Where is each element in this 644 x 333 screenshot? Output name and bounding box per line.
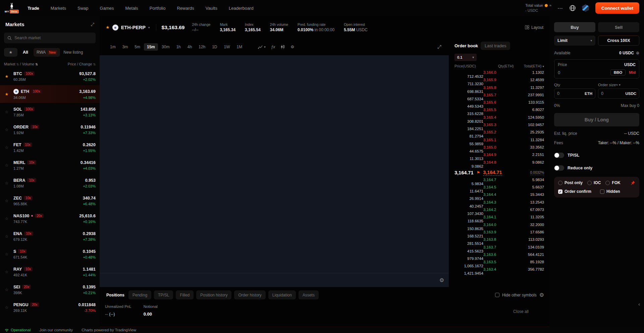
logo[interactable]: MY Dexx	[5, 3, 19, 13]
layout-button[interactable]: Layout	[525, 25, 543, 30]
timeframe-button[interactable]: 1m	[107, 43, 119, 51]
orderbook-ask-row[interactable]: 3,165.1 11.3284 55.9859	[451, 138, 547, 145]
sell-tab[interactable]: Sell	[598, 22, 639, 32]
nav-item[interactable]: Games	[100, 6, 114, 11]
spread-value[interactable]: 0.0032%	[530, 170, 544, 175]
market-row[interactable]: ◆ RAY 10x 1.1481 492.41K +1.44%	[0, 263, 100, 281]
more-menu-icon[interactable]: ⋯	[557, 5, 563, 11]
market-row[interactable]: ◆ SEI 20x 0.1395 398K +0.21%	[0, 281, 100, 298]
nav-item[interactable]: Rewards	[177, 6, 194, 11]
positions-tab[interactable]: Liquidation	[268, 290, 296, 299]
orderbook-ask-row[interactable]: 3,165.4 124.5950 308.8201	[451, 115, 547, 123]
nav-item[interactable]: Vaults	[206, 6, 217, 11]
orderbook-bid-row[interactable]: 3,163.5 85.1928 1,065.1672	[451, 260, 547, 267]
indicators-icon[interactable]: ƒx	[271, 45, 275, 49]
nav-item[interactable]: Trade	[28, 6, 39, 11]
margin-mode-button[interactable]: Cross 100X	[598, 36, 639, 46]
favorite-star-icon[interactable]: ★	[106, 25, 110, 30]
hidden-option[interactable]: Hidden	[600, 189, 620, 194]
nav-item[interactable]: Metals	[125, 6, 138, 11]
checkbox-checked-icon[interactable]: ✓	[558, 189, 562, 194]
tab-all[interactable]: All	[21, 50, 30, 55]
market-row[interactable]: ◆ NAS100 20x 25,610.6 743.77K +0.16%	[0, 210, 100, 227]
orderbook-ask-row[interactable]: 3,164.8 9.0862 9.0862	[451, 160, 547, 168]
compare-candles-icon[interactable]	[280, 45, 285, 49]
sort-price-icon[interactable]: ⇅	[93, 63, 96, 66]
orderbook-ask-row[interactable]: 3,165.8 11.3297 698.8631	[451, 86, 547, 93]
sort-volume-icon[interactable]: ⇅	[35, 63, 38, 66]
nav-item[interactable]: Swap	[77, 6, 89, 11]
nav-item[interactable]: Leaderboard	[229, 6, 254, 11]
orderbook-bid-row[interactable]: 3,163.4 356.7782 1,421.9454	[451, 267, 547, 275]
fullscreen-icon[interactable]: ⤢	[437, 44, 441, 50]
timeframe-button[interactable]: 12h	[196, 43, 208, 51]
tpsl-toggle-row[interactable]: TP/SL	[554, 153, 639, 158]
orderbook-bid-row[interactable]: 3,164.3 13.2543 40.2457	[451, 200, 547, 208]
positions-tab[interactable]: Filled	[176, 290, 194, 299]
reduce-only-toggle-row[interactable]: Reduce only	[554, 165, 639, 171]
orderbook-ask-row[interactable]: 3,164.9 2.2151 11.3013	[451, 153, 547, 160]
post-only-option[interactable]: Post only	[558, 180, 583, 185]
checkbox-icon[interactable]	[600, 189, 604, 194]
market-row[interactable]: ◆ SOL 100x 143.856 7.85M +3.13%	[0, 103, 100, 121]
chart-bottom-settings-icon[interactable]: ⚙	[439, 277, 444, 283]
network-icon[interactable]	[582, 4, 589, 12]
timeframe-button[interactable]: 30m	[159, 43, 172, 51]
panel-settings-icon[interactable]: ⚙	[539, 292, 544, 298]
timeframe-button[interactable]: 1D	[209, 43, 220, 51]
orderbook-bid-row[interactable]: 3,163.9 17.6586 168.5221	[451, 230, 547, 237]
order-confirm-option[interactable]: ✓Order confirm	[558, 189, 591, 194]
positions-tab[interactable]: Assets	[299, 290, 319, 299]
deposit-icon[interactable]: ⊕	[636, 51, 639, 55]
favorite-star-icon[interactable]	[0, 92, 13, 97]
timeframe-button[interactable]: 1W	[221, 43, 233, 51]
col-price-change[interactable]: Price / Change	[68, 62, 92, 66]
orderbook-bid-row[interactable]: 3,164.1 11.3205 118.6635	[451, 215, 547, 222]
timeframe-button[interactable]: 5m	[131, 43, 143, 51]
timeframe-button[interactable]: 1M	[233, 43, 245, 51]
favorite-star-icon[interactable]	[0, 216, 13, 221]
price-input[interactable]	[558, 70, 588, 75]
system-status[interactable]: Operational	[5, 328, 31, 332]
col-volume[interactable]: / Volume	[20, 62, 34, 66]
tradingview-credit[interactable]: Charts powered by TradingView	[82, 328, 136, 332]
orderbook-ask-row[interactable]: 3,165.6 133.9115 449.5343	[451, 100, 547, 108]
orderbook-bid-row[interactable]: 3,163.6 564.4121 979.9744	[451, 253, 547, 260]
orderbook-bid-row[interactable]: 3,163.8 113.0293 281.5514	[451, 237, 547, 245]
favorite-star-icon[interactable]	[0, 199, 13, 203]
expand-panel-icon[interactable]: ⤢	[91, 22, 94, 27]
order-type-select[interactable]: Limit ▾	[554, 36, 595, 46]
qty-input[interactable]	[557, 91, 577, 96]
favorites-tab[interactable]: ★	[4, 48, 17, 57]
market-search[interactable]	[4, 33, 96, 43]
buy-tab[interactable]: Buy	[554, 22, 595, 32]
radio-icon[interactable]	[587, 181, 592, 185]
order-size-input[interactable]	[601, 91, 621, 96]
fok-option[interactable]: FOK	[605, 180, 620, 185]
market-row[interactable]: ◆ S 10x 0.1045 671.54K +0.48%	[0, 245, 100, 263]
nav-item[interactable]: Markets	[51, 6, 66, 11]
symbol-selector[interactable]: ★ ◆ ETH-PERP ▾	[106, 24, 156, 31]
nav-item[interactable]: Portfolio	[150, 6, 166, 11]
chart-type-icon[interactable]: ▾	[258, 45, 266, 49]
tab-last-trades[interactable]: Last trades	[481, 42, 510, 50]
ioc-option[interactable]: IOC	[587, 180, 601, 185]
orderbook-bid-row[interactable]: 3,164.0 32.2000 150.8635	[451, 223, 547, 230]
tick-size-select[interactable]: 0.1 ▾	[454, 54, 477, 61]
bbo-button[interactable]: BBO	[610, 69, 626, 75]
market-row[interactable]: ◆ BERA 10x 0.953 1.08M +2.03%	[0, 174, 100, 192]
timeframe-button[interactable]: 1h	[173, 43, 183, 51]
close-all-button[interactable]: Close all	[513, 309, 529, 314]
orderbook-bid-row[interactable]: 3,163.7 134.0109 415.5623	[451, 245, 547, 253]
market-row[interactable]: ◆ ORDER 10x 0.11946 1.92M +7.33%	[0, 121, 100, 138]
positions-tab[interactable]: Position history	[196, 290, 231, 299]
mark-price[interactable]: 3,164.71	[483, 170, 502, 176]
orderbook-ask-row[interactable]: 3,165.3 102.9457 184.2251	[451, 123, 547, 130]
favorite-star-icon[interactable]	[0, 127, 13, 132]
hide-other-symbols-checkbox[interactable]	[495, 293, 499, 297]
market-row[interactable]: ◆ PENGU 20x 0.011848 269.11K -3.70%	[0, 298, 100, 316]
language-globe-icon[interactable]	[569, 5, 576, 11]
market-row[interactable]: ◆ ENA 10x 0.2938 679.12K +7.38%	[0, 227, 100, 245]
favorite-star-icon[interactable]	[0, 163, 13, 168]
market-row[interactable]: ◆ FET 10x 0.2620 1.42M +1.55%	[0, 138, 100, 156]
